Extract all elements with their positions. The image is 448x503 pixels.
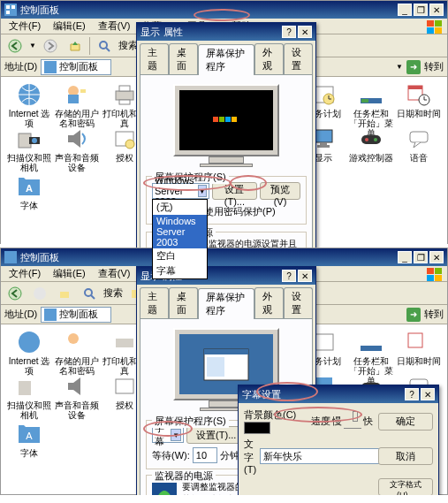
svg-rect-4 (427, 20, 434, 27)
cpl-fonts[interactable]: A字体 (6, 422, 52, 458)
minimize-button[interactable]: _ (398, 251, 412, 263)
tab-appearance[interactable]: 外观 (254, 287, 284, 318)
svg-rect-44 (225, 117, 231, 122)
cancel-button[interactable]: 取消 (378, 447, 433, 465)
text-input[interactable] (260, 448, 389, 464)
option-blank[interactable]: 空白 (153, 248, 207, 263)
option-marquee[interactable]: 字幕 (153, 263, 207, 278)
option-none[interactable]: (无) (153, 200, 207, 215)
svg-rect-6 (427, 27, 434, 34)
address-label: 地址(D) (4, 60, 37, 73)
search-button[interactable] (94, 36, 115, 56)
speed-slider[interactable] (344, 415, 361, 429)
back-button[interactable] (4, 284, 26, 303)
tab-themes[interactable]: 主题 (140, 287, 169, 318)
svg-rect-38 (361, 135, 381, 144)
cpl-fonts[interactable]: A字体 (6, 174, 52, 210)
go-button[interactable]: ➜ (406, 60, 421, 74)
settings-button[interactable]: 设置(T)... (212, 182, 257, 200)
svg-point-52 (9, 287, 21, 300)
dialog-close-button[interactable]: ✕ (298, 270, 312, 282)
svg-rect-41 (410, 132, 428, 142)
cpl-date-time[interactable]: 日期和时间 (396, 330, 442, 366)
dialog-title: 字幕设置 (242, 388, 281, 401)
menu-edit[interactable]: 编辑(E) (49, 19, 90, 34)
maximize-button[interactable]: ❐ (414, 4, 428, 16)
up-button[interactable] (65, 36, 86, 56)
address-value: 控制面板 (59, 60, 98, 73)
cpl-stored-passwords[interactable]: 存储的用户名和密码 (54, 82, 100, 128)
cpl-scanners-cameras[interactable]: 扫描仪和照相机 (6, 126, 52, 172)
marquee-settings-dialog: 字幕设置 ?✕ 背景颜色(C) 速度 慢 快 确定 文字(T) 取消 文字格式(… (238, 385, 439, 495)
tab-desktop[interactable]: 桌面 (169, 43, 198, 74)
menu-view[interactable]: 查看(V) (94, 19, 135, 34)
bgcolor-swatch[interactable] (244, 422, 270, 434)
cpl-scanners-cameras[interactable]: 扫描仪和照相机 (6, 374, 52, 420)
preview-button[interactable]: 预览(V) (260, 182, 300, 200)
dialog-close-button[interactable]: ✕ (421, 388, 435, 400)
tab-themes[interactable]: 主题 (140, 43, 169, 74)
search-button[interactable] (79, 284, 100, 303)
cpl-date-time[interactable]: 日期和时间 (396, 82, 442, 118)
back-button[interactable] (4, 36, 26, 56)
cpl-sounds-audio[interactable]: 声音和音频设备 (54, 374, 100, 420)
cpl-stored-passwords[interactable]: 存储的用户名和密码 (54, 330, 100, 376)
forward-button[interactable] (29, 284, 50, 303)
search-icon (98, 40, 110, 52)
option-winserver[interactable]: Windows Server 2003 (153, 215, 207, 248)
menu-file[interactable]: 文件(F) (4, 19, 45, 34)
svg-rect-36 (320, 142, 327, 145)
address-value: 控制面板 (59, 308, 98, 321)
cpl-game-controllers[interactable]: 游戏控制器 (348, 126, 394, 163)
ok-button[interactable]: 确定 (378, 413, 433, 431)
svg-rect-50 (427, 275, 434, 281)
minimize-button[interactable]: _ (398, 4, 412, 16)
address-field[interactable]: 控制面板 (41, 59, 111, 75)
tab-appearance[interactable]: 外观 (254, 43, 284, 74)
dialog-help-button[interactable]: ? (282, 270, 296, 282)
dialog-help-button[interactable]: ? (282, 26, 296, 38)
cpl-internet-options[interactable]: Internet 选项 (6, 82, 52, 128)
svg-rect-20 (119, 86, 130, 91)
tab-settings[interactable]: 设置 (284, 287, 313, 318)
svg-rect-59 (19, 381, 31, 395)
menu-edit[interactable]: 编辑(E) (49, 266, 90, 281)
address-field[interactable]: 控制面板 (41, 307, 111, 323)
svg-rect-19 (116, 91, 133, 100)
wait-input[interactable] (193, 447, 217, 463)
tab-settings[interactable]: 设置 (284, 43, 313, 74)
monitor-preview (169, 84, 284, 172)
svg-point-9 (44, 40, 57, 52)
screensaver-combo[interactable]: Windows Server 2003 ▼ (无) Windows Server… (152, 183, 209, 199)
svg-rect-31 (361, 99, 368, 103)
close-button[interactable]: ✕ (429, 251, 444, 263)
fast-label: 快 (363, 415, 373, 428)
menu-file[interactable]: 文件(F) (4, 266, 45, 281)
close-button[interactable]: ✕ (429, 4, 444, 16)
svg-rect-63 (361, 346, 382, 351)
forward-button[interactable] (40, 36, 61, 56)
cpl-speech[interactable]: 语音 (396, 126, 442, 163)
svg-rect-43 (219, 117, 224, 122)
speed-label: 速度 (311, 415, 330, 428)
bgcolor-label: 背景颜色(C) (244, 409, 296, 420)
screensaver-dropdown: (无) Windows Server 2003 空白 字幕 (152, 199, 208, 279)
wait-label: 等待(W): (152, 449, 190, 462)
format-button[interactable]: 文字格式(U)... (378, 478, 433, 495)
tab-screensaver[interactable]: 屏幕保护程序 (198, 288, 254, 319)
go-button[interactable]: ➜ (406, 308, 421, 322)
maximize-button[interactable]: ❐ (414, 251, 428, 263)
dialog-titlebar: 字幕设置 ?✕ (239, 385, 438, 403)
tab-desktop[interactable]: 桌面 (169, 287, 198, 318)
screensaver-combo[interactable]: 字幕 ▼ (152, 427, 184, 443)
dialog-close-button[interactable]: ✕ (298, 26, 312, 38)
text-label: 文字(T) (244, 438, 256, 475)
cpl-sounds-audio[interactable]: 声音和音频设备 (54, 126, 100, 172)
tab-screensaver[interactable]: 屏幕保护程序 (198, 44, 254, 75)
up-button[interactable] (54, 284, 75, 303)
svg-rect-70 (207, 357, 224, 377)
dialog-help-button[interactable]: ? (405, 388, 419, 400)
menu-view[interactable]: 查看(V) (94, 266, 135, 281)
cpl-internet-options[interactable]: Internet 选项 (6, 330, 52, 376)
svg-rect-69 (204, 349, 248, 354)
